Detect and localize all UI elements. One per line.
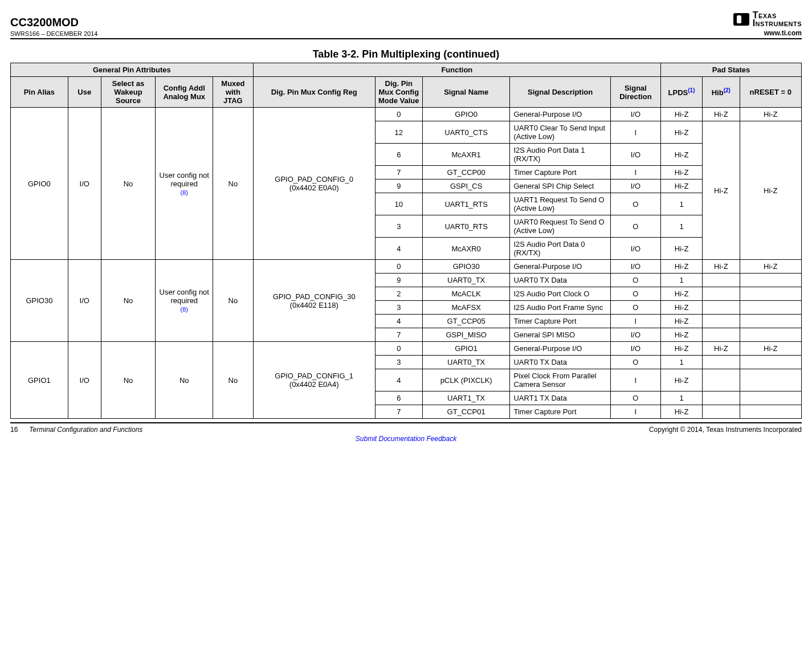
nreset-cell [740, 315, 801, 328]
hib-cell [703, 356, 740, 369]
cfg-mux-cell: No [156, 342, 213, 419]
dir-cell: O [610, 193, 660, 215]
lpds-cell: Hi-Z [661, 144, 703, 166]
lpds-cell: Hi-Z [661, 166, 703, 179]
desc-cell: Pixel Clock From Parallel Camera Sensor [510, 369, 610, 391]
mode-cell: 4 [375, 238, 422, 260]
desc-cell: General-Purpose I/O [510, 108, 610, 121]
desc-cell: General-Purpose I/O [510, 342, 610, 356]
cfg-mux-ref-link[interactable]: (8) [181, 306, 188, 313]
signal-cell: McAFSX [422, 301, 510, 315]
desc-cell: UART1 Request To Send O (Active Low) [510, 193, 610, 215]
use-cell: I/O [68, 260, 101, 342]
mode-cell: 2 [375, 287, 422, 301]
mode-cell: 6 [375, 391, 422, 405]
lpds-cell: 1 [661, 356, 703, 369]
ti-logo-icon [733, 13, 749, 26]
mode-cell: 7 [375, 166, 422, 179]
desc-cell: General SPI MISO [510, 328, 610, 342]
cfg-mux-cell: User config not required (8) [156, 260, 213, 342]
pin-mux-table: General Pin Attributes Function Pad Stat… [10, 63, 802, 419]
lpds-cell: Hi-Z [661, 342, 703, 356]
desc-cell: General SPI Chip Select [510, 179, 610, 193]
signal-cell: GT_CCP05 [422, 315, 510, 328]
signal-cell: UART0_RTS [422, 215, 510, 238]
desc-cell: UART0 TX Data [510, 274, 610, 287]
table-title: Table 3-2. Pin Multiplexing (continued) [10, 48, 802, 60]
pin-alias-cell: GPIO1 [11, 342, 68, 419]
website-url[interactable]: www.ti.com [733, 29, 802, 37]
nreset-cell [740, 391, 801, 405]
brand-line2: Instruments [753, 19, 802, 27]
col-use: Use [68, 77, 101, 108]
header-group-row: General Pin Attributes Function Pad Stat… [11, 63, 802, 77]
nreset-cell [740, 274, 801, 287]
col-group-function: Function [253, 63, 660, 77]
col-group-padstates: Pad States [661, 63, 802, 77]
dir-cell: I [610, 405, 660, 419]
feedback-link-wrap: Submit Documentation Feedback [10, 435, 802, 443]
nreset-cell [740, 405, 801, 419]
desc-cell: General-Purpose I/O [510, 260, 610, 274]
lpds-cell: Hi-Z [661, 238, 703, 260]
jtag-cell: No [213, 260, 254, 342]
nreset-cell [740, 287, 801, 301]
header-right: Texas Instruments www.ti.com [733, 11, 802, 37]
signal-cell: GT_CCP00 [422, 166, 510, 179]
signal-cell: McAXR1 [422, 144, 510, 166]
desc-cell: Timer Capture Port [510, 166, 610, 179]
table-row: GPIO1 I/O No No No GPIO_PAD_CONFIG_1(0x4… [11, 342, 802, 356]
signal-cell: UART1_RTS [422, 193, 510, 215]
signal-cell: GSPI_CS [422, 179, 510, 193]
mode-cell: 9 [375, 179, 422, 193]
wakeup-cell: No [101, 342, 156, 419]
lpds-cell: Hi-Z [661, 108, 703, 121]
dir-cell: O [610, 356, 660, 369]
desc-cell: UART0 TX Data [510, 356, 610, 369]
mode-cell: 4 [375, 315, 422, 328]
desc-cell: UART1 TX Data [510, 391, 610, 405]
header-col-row: Pin Alias Use Select as Wakeup Source Co… [11, 77, 802, 108]
hib-ref[interactable]: (2) [724, 87, 731, 93]
col-group-general: General Pin Attributes [11, 63, 254, 77]
mode-cell: 7 [375, 328, 422, 342]
col-jtag: Muxed with JTAG [213, 77, 254, 108]
nreset-cell [740, 369, 801, 391]
document-id: SWRS166 – DECEMBER 2014 [10, 30, 97, 37]
lpds-cell: 1 [661, 193, 703, 215]
col-pin-alias: Pin Alias [11, 77, 68, 108]
dir-cell: I/O [610, 260, 660, 274]
cfg-mux-ref-link[interactable]: (8) [181, 189, 188, 196]
hib-cell [703, 405, 740, 419]
signal-cell: UART0_CTS [422, 121, 510, 144]
dir-cell: I [610, 315, 660, 328]
col-dir: Signal Direction [610, 77, 660, 108]
feedback-link[interactable]: Submit Documentation Feedback [356, 435, 456, 443]
reg-cell: GPIO_PAD_CONFIG_30(0x4402 E118) [253, 260, 375, 342]
nreset-cell [740, 301, 801, 315]
signal-cell: UART0_TX [422, 274, 510, 287]
footer-left: 16 Terminal Configuration and Functions [10, 426, 142, 434]
website-link[interactable]: www.ti.com [764, 29, 802, 37]
header-left: CC3200MOD SWRS166 – DECEMBER 2014 [10, 16, 97, 37]
mode-cell: 0 [375, 108, 422, 121]
hib-cell [703, 274, 740, 287]
desc-cell: I2S Audio Port Frame Sync [510, 301, 610, 315]
part-number: CC3200MOD [10, 16, 97, 29]
col-signal: Signal Name [422, 77, 510, 108]
col-mode: Dig. Pin Mux Config Mode Value [375, 77, 422, 108]
hib-cell [703, 301, 740, 315]
dir-cell: I/O [610, 238, 660, 260]
nreset-cell [740, 356, 801, 369]
lpds-ref[interactable]: (1) [688, 87, 695, 93]
desc-cell: Timer Capture Port [510, 405, 610, 419]
dir-cell: O [610, 287, 660, 301]
signal-cell: McACLK [422, 287, 510, 301]
page-footer: 16 Terminal Configuration and Functions … [10, 422, 802, 434]
footer-right: Copyright © 2014, Texas Instruments Inco… [649, 426, 802, 434]
lpds-cell: Hi-Z [661, 287, 703, 301]
col-cfg-mux: Config Addl Analog Mux [156, 77, 213, 108]
mode-cell: 10 [375, 193, 422, 215]
lpds-cell: 1 [661, 274, 703, 287]
table-row: GPIO30 I/O No User config not required (… [11, 260, 802, 274]
